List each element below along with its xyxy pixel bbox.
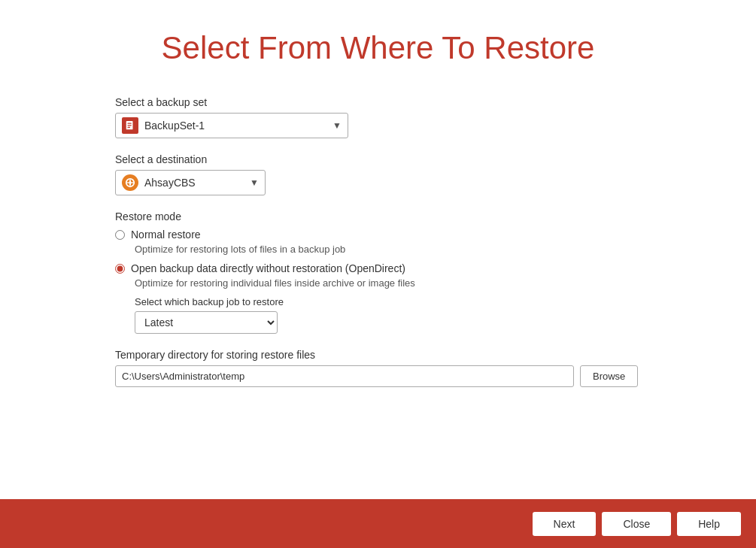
opendirect-restore-description: Optimize for restoring individual files … (135, 277, 641, 289)
backup-job-select[interactable]: Latest (135, 311, 278, 334)
backup-job-label: Select which backup job to restore (135, 296, 641, 307)
backup-set-label: Select a backup set (115, 96, 641, 108)
temp-dir-input[interactable] (115, 365, 574, 387)
page-title: Select From Where To Restore (115, 30, 641, 66)
destination-label: Select a destination (115, 153, 641, 165)
normal-restore-label: Normal restore (131, 229, 201, 241)
destination-chevron-icon: ▼ (250, 177, 259, 188)
normal-restore-radio[interactable] (115, 230, 125, 240)
destination-icon (122, 174, 138, 191)
svg-rect-1 (128, 123, 132, 124)
backup-set-dropdown[interactable]: BackupSet-1 ▼ (115, 113, 348, 138)
temp-dir-label: Temporary directory for storing restore … (115, 349, 641, 361)
destination-section: Select a destination AhsayCBS ▼ (115, 153, 641, 195)
normal-restore-option: Normal restore (115, 229, 641, 241)
temp-dir-section: Temporary directory for storing restore … (115, 349, 641, 387)
next-button[interactable]: Next (533, 512, 597, 536)
backup-set-icon (122, 117, 138, 134)
backup-set-section: Select a backup set BackupSet-1 ▼ (115, 96, 641, 138)
footer: Next Close Help (0, 499, 756, 548)
destination-value: AhsayCBS (144, 177, 245, 189)
close-button[interactable]: Close (602, 512, 671, 536)
opendirect-restore-radio[interactable] (115, 264, 125, 274)
temp-dir-row: Browse (115, 365, 641, 387)
help-button[interactable]: Help (677, 512, 741, 536)
destination-dropdown[interactable]: AhsayCBS ▼ (115, 170, 266, 195)
main-content: Select From Where To Restore Select a ba… (0, 0, 756, 499)
opendirect-restore-label: Open backup data directly without restor… (131, 262, 405, 274)
opendirect-restore-option: Open backup data directly without restor… (115, 262, 641, 274)
svg-rect-2 (128, 125, 132, 126)
svg-rect-3 (128, 127, 131, 128)
normal-restore-description: Optimize for restoring lots of files in … (135, 244, 641, 255)
restore-mode-label: Restore mode (115, 210, 641, 223)
restore-mode-section: Restore mode Normal restore Optimize for… (115, 210, 641, 334)
browse-button[interactable]: Browse (580, 365, 638, 387)
backup-set-value: BackupSet-1 (144, 120, 332, 132)
backup-job-subsection: Select which backup job to restore Lates… (135, 296, 641, 334)
backup-set-chevron-icon: ▼ (332, 120, 342, 131)
